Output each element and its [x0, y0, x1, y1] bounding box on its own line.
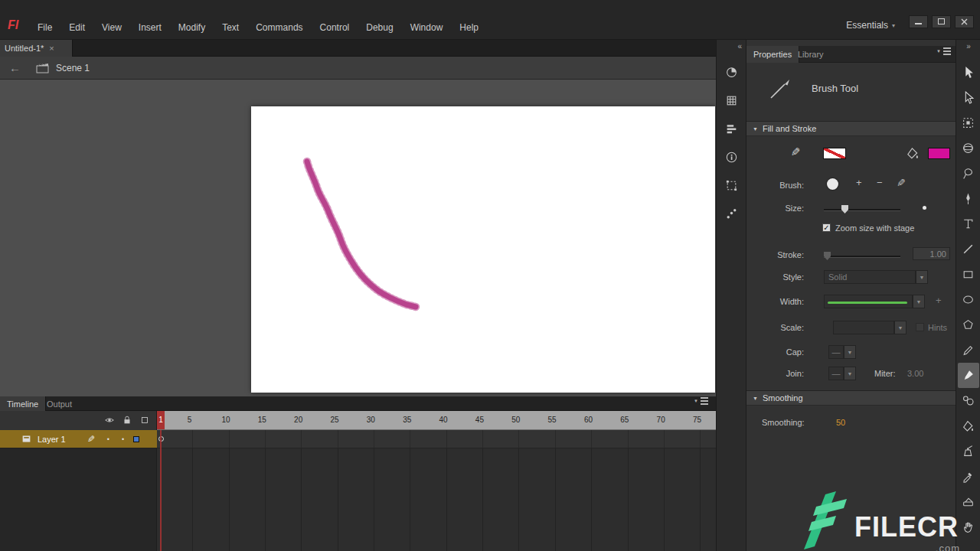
align-panel-icon[interactable] [721, 119, 741, 138]
panel-dock-strip: « [716, 40, 746, 551]
fill-color-swatch[interactable] [928, 148, 950, 159]
text-tool[interactable] [958, 211, 979, 236]
ruler-number: 40 [439, 416, 448, 424]
restore-button[interactable] [932, 15, 951, 28]
rectangle-tool[interactable] [958, 262, 979, 287]
show-hide-eye-icon[interactable] [104, 415, 115, 425]
layer-icon [21, 434, 31, 444]
menu-modify[interactable]: Modify [170, 21, 214, 34]
menu-commands[interactable]: Commands [247, 21, 311, 34]
timeline-header: 1 51015202530354045505560657075 [0, 411, 716, 430]
layer-editing-pencil-icon: ✎ [87, 434, 95, 445]
brush-tool[interactable] [958, 363, 979, 388]
transform-panel-icon[interactable] [721, 176, 741, 194]
document-tab[interactable]: Untitled-1* × [0, 40, 73, 57]
back-arrow-icon[interactable]: ← [9, 61, 21, 74]
watermark-brand: FILECR [854, 511, 959, 543]
smoothing-value[interactable]: 50 [836, 418, 845, 427]
frames-area[interactable] [157, 430, 716, 551]
code-snippets-panel-icon[interactable] [721, 204, 741, 223]
pencil-tool[interactable] [958, 337, 979, 363]
width-profile-dropdown [824, 295, 913, 308]
deco-tool[interactable] [958, 388, 979, 413]
document-tab-bar: Untitled-1* × [0, 40, 716, 57]
menu-insert[interactable]: Insert [130, 21, 170, 34]
stroke-style-dropdown: Solid [824, 270, 916, 284]
swatches-panel-icon[interactable] [721, 91, 741, 109]
pen-tool[interactable] [958, 186, 979, 211]
width-label: Width: [749, 297, 804, 306]
menu-file[interactable]: File [29, 21, 60, 34]
properties-panel: Properties Library ▼ Brush Tool ▼ Fill a… [746, 40, 956, 551]
edit-brush-icon[interactable]: ✎ [897, 177, 906, 189]
window-controls [909, 15, 974, 28]
info-panel-icon[interactable] [721, 148, 741, 166]
outline-icon[interactable] [139, 415, 150, 425]
menu-window[interactable]: Window [402, 21, 452, 34]
layer-name[interactable]: Layer 1 [38, 435, 66, 444]
menu-help[interactable]: Help [451, 21, 487, 34]
size-label: Size: [749, 204, 804, 213]
style-label: Style: [749, 272, 804, 282]
ruler-number: 25 [330, 416, 338, 424]
line-tool[interactable] [958, 236, 979, 262]
stroke-color-swatch[interactable] [823, 148, 846, 159]
layer-row[interactable]: Layer 1 ✎ • • [0, 430, 157, 448]
stroke-height-slider [824, 256, 900, 258]
playhead-line [160, 430, 162, 551]
tab-output[interactable]: Output [40, 396, 79, 411]
close-button[interactable] [955, 15, 974, 28]
free-transform-tool[interactable] [958, 110, 979, 135]
properties-panel-menu-icon[interactable]: ▼ [936, 49, 951, 54]
expand-panels-icon[interactable]: « [717, 40, 746, 52]
layer-outline-color-chip[interactable] [133, 436, 139, 442]
remove-brush-button[interactable]: − [877, 177, 883, 188]
add-brush-button[interactable]: + [856, 177, 862, 188]
collapse-tools-icon[interactable]: » [956, 40, 980, 52]
menu-debug[interactable]: Debug [358, 21, 401, 34]
timeline-ruler[interactable]: 1 51015202530354045505560657075 [157, 411, 716, 430]
playhead[interactable]: 1 [157, 411, 165, 430]
ink-bottle-tool[interactable] [958, 439, 979, 464]
layer-lock-dot[interactable]: • [122, 435, 124, 443]
ruler-number: 75 [693, 416, 701, 424]
tool-header: Brush Tool [746, 67, 956, 113]
subselection-tool[interactable] [958, 85, 979, 110]
smoothing-label: Smoothing: [762, 418, 805, 427]
tab-close-icon[interactable]: × [49, 44, 54, 53]
ruler-number: 15 [258, 416, 266, 424]
workspace-switcher[interactable]: Essentials ▾ [846, 20, 895, 31]
menu-text[interactable]: Text [214, 21, 247, 34]
3d-rotation-tool[interactable] [958, 135, 979, 161]
paint-bucket-tool[interactable] [958, 413, 979, 439]
lasso-tool[interactable] [958, 161, 979, 186]
brush-size-slider-thumb[interactable] [841, 205, 848, 214]
scene-label[interactable]: Scene 1 [56, 63, 90, 73]
color-panel-icon[interactable] [721, 63, 741, 81]
smoothing-section-header[interactable]: ▼ Smoothing [746, 390, 956, 406]
width-profile-preview [828, 302, 907, 304]
eyedropper-tool[interactable] [958, 464, 979, 489]
fill-stroke-section-header[interactable]: ▼ Fill and Stroke [746, 121, 956, 136]
polystar-tool[interactable] [958, 312, 979, 337]
brush-size-slider[interactable] [824, 209, 900, 211]
minimize-button[interactable] [909, 15, 928, 28]
selection-tool[interactable] [958, 60, 979, 85]
menu-edit[interactable]: Edit [60, 21, 93, 34]
pasteboard [0, 80, 716, 396]
timeline-panel: Timeline Output ▼ [0, 396, 716, 551]
brush-shape-preview[interactable] [827, 178, 838, 190]
zoom-size-checkbox[interactable]: ✓ [822, 223, 831, 232]
menu-control[interactable]: Control [312, 21, 358, 34]
stage-canvas[interactable] [251, 106, 715, 393]
oval-tool[interactable] [958, 287, 979, 312]
timeline-panel-menu-icon[interactable]: ▼ [694, 399, 708, 403]
timeline-tab-bar: Timeline Output ▼ [0, 396, 716, 411]
layer-visibility-dot[interactable]: • [107, 435, 109, 443]
lock-icon[interactable] [122, 415, 132, 425]
layer-list-empty-area[interactable] [0, 448, 157, 551]
chevron-down-icon: ▼ [694, 399, 698, 403]
tab-library[interactable]: Library [791, 46, 831, 63]
scene-icon [36, 63, 50, 73]
menu-view[interactable]: View [93, 21, 130, 34]
